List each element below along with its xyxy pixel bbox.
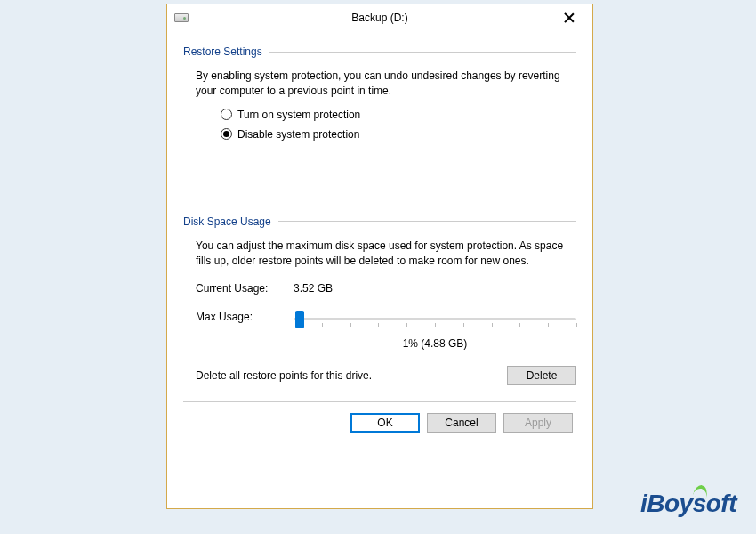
dialog-buttons: OK Cancel Apply [183,413,576,433]
spacer [183,148,576,201]
current-usage-label: Current Usage: [196,282,294,295]
max-usage-slider[interactable]: 1% (4.88 GB) [294,311,576,350]
radio-disable-label: Disable system protection [237,128,359,141]
max-usage-row: Max Usage: 1% (4.88 GB) [183,311,576,350]
restore-settings-label: Restore Settings [183,45,269,58]
slider-ticks [294,323,576,328]
watermark-logo: iBoysoft [640,490,736,518]
close-button[interactable] [551,5,587,30]
close-icon [564,12,575,23]
radio-icon [221,109,232,120]
disk-description: You can adjust the maximum disk space us… [183,239,576,270]
restore-settings-header: Restore Settings [183,45,576,58]
slider-value-label: 1% (4.88 GB) [294,337,576,350]
bottom-divider [183,401,576,402]
divider-line [278,221,576,222]
delete-description: Delete all restore points for this drive… [196,369,372,382]
cancel-button-label: Cancel [445,417,478,429]
apply-button: Apply [503,413,573,433]
disk-space-label: Disk Space Usage [183,215,278,228]
disk-space-header: Disk Space Usage [183,215,576,228]
current-usage-row: Current Usage: 3.52 GB [183,282,576,295]
protection-radio-group: Turn on system protection Disable system… [183,109,576,141]
system-protection-dialog: Backup (D:) Restore Settings By enabling… [166,4,593,509]
divider-line [269,52,576,53]
max-usage-label: Max Usage: [196,311,294,323]
radio-turn-on[interactable]: Turn on system protection [221,109,576,121]
current-usage-value: 3.52 GB [294,282,333,295]
delete-button-label: Delete [527,369,558,382]
slider-track [294,318,576,320]
restore-description: By enabling system protection, you can u… [183,69,576,100]
apply-button-label: Apply [525,417,551,429]
delete-row: Delete all restore points for this drive… [183,366,576,385]
radio-disable[interactable]: Disable system protection [221,128,576,141]
radio-turn-on-label: Turn on system protection [237,109,360,121]
window-title: Backup (D:) [167,12,592,24]
dialog-content: Restore Settings By enabling system prot… [167,31,592,443]
ok-button-label: OK [377,417,392,429]
cancel-button[interactable]: Cancel [427,413,496,433]
delete-button[interactable]: Delete [507,366,576,385]
ok-button[interactable]: OK [350,413,420,433]
titlebar: Backup (D:) [167,4,592,31]
radio-icon-selected [221,128,232,140]
